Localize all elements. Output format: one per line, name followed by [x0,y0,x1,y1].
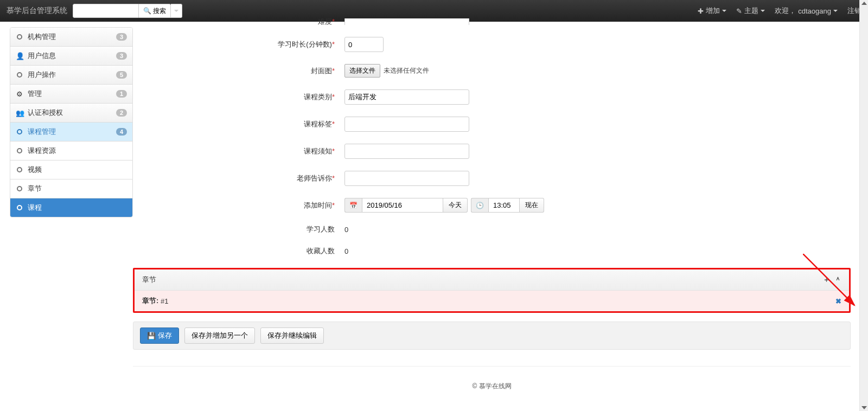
clock-icon[interactable]: 🕒 [471,198,488,213]
sidebar-item-badge: 3 [116,33,127,41]
sidebar-item-1[interactable]: 👤用户信息3 [10,47,132,66]
file-status-text: 未选择任何文件 [384,66,429,75]
scrollbar[interactable] [859,0,868,411]
sidebar-item-icon [16,128,23,136]
chevron-down-icon [761,10,765,12]
sidebar-item-label: 课程资源 [28,146,56,156]
minutes-input[interactable] [344,37,384,52]
chapter-row-id: #1 [161,297,168,305]
favs-label: 收藏人数 [307,247,335,255]
addtime-label: 添加时间 [304,201,332,209]
sidebar-item-5[interactable]: 课程管理4 [10,123,132,142]
search-icon: 🔍 [143,7,151,15]
sidebar-item-badge: 1 [116,90,127,98]
chevron-down-icon [833,10,838,12]
sidebar-item-7[interactable]: 视频 [10,160,132,179]
collapse-chapter-button[interactable]: ＾ [834,275,841,285]
sidebar-item-8[interactable]: 章节 [10,179,132,198]
favs-value: 0 [344,247,348,255]
sidebar-item-label: 用户信息 [28,51,56,61]
teacher-input[interactable] [344,171,469,186]
search-input[interactable] [73,4,139,18]
category-input[interactable] [344,89,469,105]
sidebar-item-icon: 👤 [16,52,23,60]
choose-file-button[interactable]: 选择文件 [344,64,380,78]
chapter-panel-header: 章节 ＋ ＾ [135,269,849,291]
difficulty-label: 难度 [318,18,332,25]
sidebar-item-icon [16,33,23,41]
calendar-icon[interactable]: 📅 [344,198,362,213]
footer: © 慕学在线网 [133,366,851,399]
save-icon: 💾 [147,332,156,340]
pencil-icon: ✎ [736,7,742,15]
sidebar-item-label: 用户操作 [28,70,56,80]
minutes-label: 学习时长(分钟数) [278,40,332,48]
user-dropdown[interactable]: 欢迎， cdtaogang [775,6,838,16]
theme-dropdown[interactable]: ✎ 主题 [736,6,765,16]
plus-icon: ✚ [698,7,704,15]
sidebar-item-icon [16,71,23,79]
tag-input[interactable] [344,117,469,132]
chapter-row-prefix: 章节: [142,296,158,306]
chapter-row: 章节: #1 ✖ [135,291,849,311]
teacher-label: 老师告诉你 [297,174,332,182]
save-continue-button[interactable]: 保存并继续编辑 [260,327,324,344]
sidebar-item-label: 课程管理 [28,127,56,137]
difficulty-input[interactable] [344,18,469,25]
sidebar-item-icon [16,204,23,212]
add-chapter-button[interactable]: ＋ [823,275,830,285]
sidebar-item-badge: 4 [116,128,127,136]
scroll-up-icon [861,2,867,5]
sidebar-item-label: 课程 [28,203,42,213]
chapter-panel-title: 章节 [142,275,156,285]
now-button[interactable]: 现在 [520,198,544,213]
date-input[interactable] [362,198,443,213]
sidebar-item-icon: ⚙ [16,90,23,98]
sidebar-item-badge: 2 [116,109,127,117]
chevron-down-icon [722,10,726,12]
navbar-right: ✚ 增加 ✎ 主题 欢迎， cdtaogang 注销 [698,6,861,16]
sidebar-item-9[interactable]: 课程 [10,198,132,217]
learners-value: 0 [344,226,348,234]
sidebar-item-3[interactable]: ⚙管理1 [10,85,132,104]
tag-label: 课程标签 [304,120,332,128]
save-button[interactable]: 💾 保存 [140,327,179,344]
notes-label: 课程须知 [304,147,332,155]
add-dropdown[interactable]: ✚ 增加 [698,6,726,16]
sidebar-item-icon [16,185,23,193]
save-add-another-button[interactable]: 保存并增加另一个 [184,327,255,344]
action-bar: 💾 保存 保存并增加另一个 保存并继续编辑 [133,322,851,350]
sidebar-item-6[interactable]: 课程资源 [10,142,132,160]
sidebar-item-label: 机构管理 [28,32,56,42]
cover-label: 封面图 [311,67,332,75]
sidebar-item-label: 章节 [28,184,42,194]
main-content: 难度* 学习时长(分钟数)* 封面图* 选择文件 未选择任何文件 课程类别* 课… [133,22,860,411]
scroll-down-icon [861,406,867,409]
sidebar-item-4[interactable]: 👥认证和授权2 [10,104,132,123]
sidebar-item-label: 管理 [28,89,42,99]
learners-label: 学习人数 [307,225,335,233]
sidebar-item-icon: 👥 [16,109,23,117]
chapter-panel: 章节 ＋ ＾ 章节: #1 ✖ [133,268,851,313]
sidebar-item-2[interactable]: 用户操作5 [10,66,132,85]
sidebar-item-icon [16,147,23,155]
today-button[interactable]: 今天 [443,198,468,213]
sidebar: 机构管理3👤用户信息3用户操作5⚙管理1👥认证和授权2课程管理4课程资源视频章节… [0,22,133,411]
search-dropdown[interactable] [171,4,182,18]
delete-chapter-button[interactable]: ✖ [835,297,841,305]
sidebar-item-badge: 5 [116,71,127,79]
sidebar-item-0[interactable]: 机构管理3 [10,28,132,47]
sidebar-item-icon [16,166,23,174]
sidebar-item-label: 视频 [28,165,42,175]
sidebar-item-label: 认证和授权 [28,108,63,118]
search-group: 🔍 搜索 [73,4,182,18]
time-input[interactable] [488,198,520,213]
chevron-down-icon [174,10,178,12]
date-group: 📅 今天 [344,198,468,213]
form: 难度* 学习时长(分钟数)* 封面图* 选择文件 未选择任何文件 课程类别* 课… [133,18,851,256]
time-group: 🕒 现在 [471,198,544,213]
brand-title: 慕学后台管理系统 [7,6,67,16]
search-button[interactable]: 🔍 搜索 [139,4,171,18]
notes-input[interactable] [344,144,469,159]
category-label: 课程类别 [304,93,332,101]
